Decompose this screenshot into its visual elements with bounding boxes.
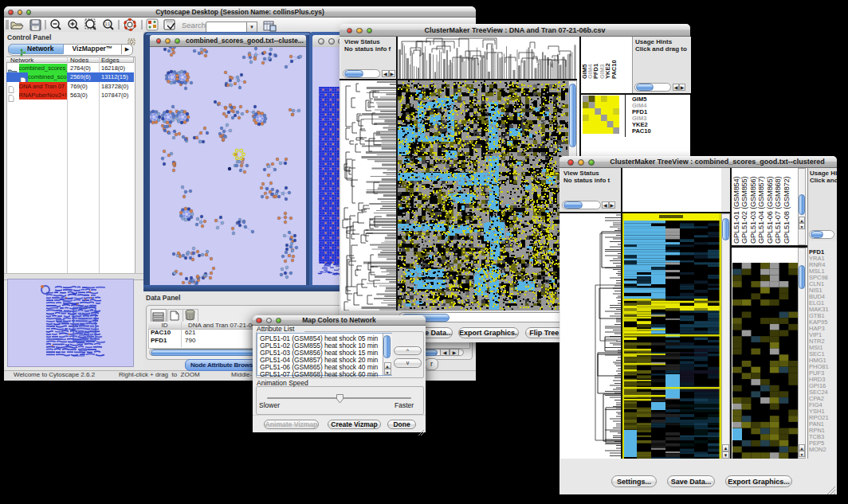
svg-text:GPL51-02 (GSM855): GPL51-02 (GSM855) [740, 176, 748, 244]
svg-text:GPL51-07 (GSM868): GPL51-07 (GSM868) [774, 176, 782, 244]
svg-text:1:1: 1:1 [105, 22, 111, 26]
svg-text:GPL51-01 (GSM854): GPL51-01 (GSM854) [732, 176, 740, 244]
svg-text:PAC10: PAC10 [610, 60, 618, 79]
svg-text:GPL51-08 (GSM872): GPL51-08 (GSM872) [783, 176, 791, 244]
svg-text:GPL51-06 (GSM865): GPL51-06 (GSM865) [766, 176, 774, 244]
svg-text:GPL51-03 (GSM856): GPL51-03 (GSM856) [749, 176, 757, 244]
svg-text:GPL51-04 (GSM857): GPL51-04 (GSM857) [757, 176, 765, 244]
svg-text:Search:: Search: [182, 21, 208, 29]
